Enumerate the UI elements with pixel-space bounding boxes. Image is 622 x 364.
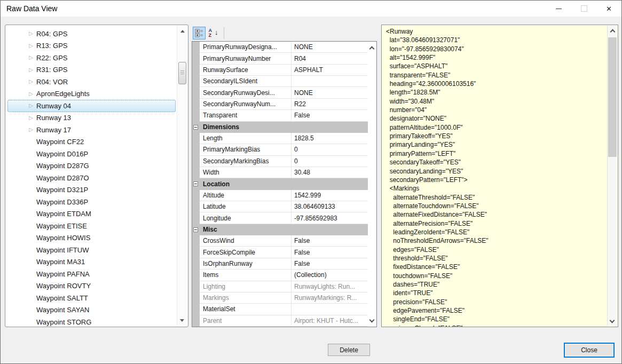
expand-arrow-icon[interactable]: ▷ <box>27 67 35 73</box>
property-value[interactable]: NONE <box>292 42 368 53</box>
xml-scrollbar-thumb[interactable] <box>608 37 617 157</box>
property-row[interactable]: Markings RunwayMarkings: R... <box>192 292 368 304</box>
minimize-button[interactable] <box>546 1 571 17</box>
expand-arrow-icon[interactable]: ▷ <box>27 91 35 97</box>
collapse-icon[interactable] <box>193 181 198 186</box>
property-grid-scrollbar[interactable] <box>368 42 376 326</box>
scroll-down-icon[interactable] <box>180 319 184 322</box>
tree-item[interactable]: ▷ R04: GPS <box>7 28 176 40</box>
property-row[interactable]: Items (Collection) <box>192 270 368 281</box>
close-button[interactable]: Close <box>564 343 615 358</box>
property-value[interactable]: 30.48 <box>292 167 368 178</box>
property-value[interactable]: Airport: KHUT - Hutc... <box>292 315 368 327</box>
xml-scrollbar[interactable] <box>607 26 617 326</box>
property-value[interactable]: RunwayLights: Run... <box>292 281 368 292</box>
property-value[interactable] <box>292 304 368 315</box>
property-value[interactable]: R22 <box>292 99 368 110</box>
property-row[interactable]: CrossWind False <box>192 235 368 247</box>
property-row[interactable]: Latitude 38.064609133 <box>192 201 368 212</box>
property-row[interactable]: PrimaryRunwayNumber R04 <box>192 53 368 64</box>
property-row[interactable]: Transparent False <box>192 110 368 121</box>
property-category-row[interactable]: Location <box>192 178 368 189</box>
alphabetical-sort-button[interactable]: A Z ↓ <box>207 27 219 39</box>
property-row[interactable]: SecondaryRunwayDesi... NONE <box>192 87 368 98</box>
property-value[interactable]: RunwayMarkings: R... <box>292 292 368 304</box>
tree-item[interactable]: ▷ R04: VOR <box>7 76 176 88</box>
property-row[interactable]: MaterialSet <box>192 304 368 315</box>
tree-item[interactable]: ▷ R22: GPS <box>7 52 176 64</box>
property-category-row[interactable]: Misc <box>192 224 368 235</box>
tree-item[interactable]: Waypoint D287G <box>7 160 176 172</box>
tree-item[interactable]: Waypoint D287O <box>7 172 176 184</box>
property-row[interactable]: SecondaryMarkingBias 0 <box>192 156 368 167</box>
property-row[interactable]: ForceSkipCompile False <box>192 247 368 258</box>
tree-item[interactable]: Waypoint D016P <box>7 148 176 160</box>
property-value[interactable]: NONE <box>292 87 368 98</box>
tree-item[interactable]: Waypoint SAYAN <box>7 304 176 316</box>
property-value[interactable]: 0 <box>292 156 368 167</box>
property-value[interactable]: False <box>292 110 368 121</box>
scroll-up-icon[interactable] <box>369 46 375 52</box>
property-value[interactable]: False <box>292 235 368 247</box>
tree-item[interactable]: Waypoint ETDAM <box>7 208 176 220</box>
tree-item[interactable]: Waypoint MA31 <box>7 256 176 268</box>
tree-item[interactable]: Waypoint D336P <box>7 196 176 208</box>
property-row[interactable]: Lighting RunwayLights: Run... <box>192 281 368 292</box>
tree-item[interactable]: ▷ ApronEdgeLights <box>7 88 176 100</box>
collapse-icon[interactable] <box>193 125 198 130</box>
property-category-row[interactable]: Dimensions <box>192 122 368 133</box>
xml-text[interactable]: <Runway lat="38.0646091327071" lon="-97.… <box>386 27 605 327</box>
scroll-up-icon[interactable] <box>610 29 615 35</box>
property-value[interactable]: 1828.5 <box>292 133 368 144</box>
property-row[interactable]: PrimaryMarkingBias 0 <box>192 144 368 155</box>
property-row[interactable]: Parent Airport: KHUT - Hutc... <box>192 315 368 327</box>
property-value[interactable]: ASPHALT <box>292 65 368 76</box>
tree-item[interactable]: Waypoint HOWIS <box>7 232 176 244</box>
tree-item[interactable]: Waypoint STORG <box>7 316 176 326</box>
tree-item[interactable]: ▷ R13: GPS <box>7 40 176 52</box>
delete-button[interactable]: Delete <box>328 344 370 356</box>
expand-arrow-icon[interactable]: ▷ <box>27 127 35 132</box>
property-row[interactable]: PrimaryRunwayDesigna... NONE <box>192 42 368 53</box>
tree-item[interactable]: Waypoint IFTUW <box>7 244 176 256</box>
expand-arrow-icon[interactable]: ▷ <box>27 115 35 121</box>
property-value[interactable]: 0 <box>292 144 368 155</box>
property-row[interactable]: IsOrphanRunway False <box>192 258 368 270</box>
scroll-down-icon[interactable] <box>610 318 615 323</box>
tree-item[interactable]: Waypoint D321P <box>7 184 176 196</box>
tree-item[interactable]: Waypoint PAFNA <box>7 268 176 280</box>
expand-arrow-icon[interactable]: ▷ <box>27 79 35 84</box>
property-row[interactable]: SecondaryRunwayNum... R22 <box>192 99 368 110</box>
property-value[interactable]: (Collection) <box>292 270 368 281</box>
maximize-button[interactable] <box>571 1 596 17</box>
tree-item[interactable]: ▷ Runway 04 <box>7 100 176 112</box>
property-row[interactable]: Altitude 1542.999 <box>192 190 368 201</box>
tree-item[interactable]: Waypoint CF22 <box>7 136 176 148</box>
property-value[interactable]: False <box>292 258 368 270</box>
property-value[interactable] <box>292 76 368 87</box>
expand-arrow-icon[interactable]: ▷ <box>27 103 35 108</box>
tree-item[interactable]: ▷ Runway 13 <box>7 112 176 124</box>
property-row[interactable]: Width 30.48 <box>192 167 368 178</box>
expand-arrow-icon[interactable]: ▷ <box>27 31 35 36</box>
property-row[interactable]: RunwaySurface ASPHALT <box>192 65 368 76</box>
scroll-down-icon[interactable] <box>369 318 375 323</box>
property-row[interactable]: Longitude -97.856592983 <box>192 212 368 224</box>
tree-scrollbar[interactable] <box>177 26 187 326</box>
scroll-up-icon[interactable] <box>180 30 185 33</box>
tree-item[interactable]: Waypoint SALTT <box>7 292 176 304</box>
tree-item[interactable]: ▷ Runway 17 <box>7 124 176 136</box>
property-value[interactable]: -97.856592983 <box>292 212 368 224</box>
expand-arrow-icon[interactable]: ▷ <box>27 43 35 49</box>
property-value[interactable]: False <box>292 247 368 258</box>
property-row[interactable]: SecondaryILSIdent <box>192 76 368 87</box>
property-value[interactable]: R04 <box>292 53 368 64</box>
property-value[interactable]: 38.064609133 <box>292 201 368 212</box>
categorized-button[interactable] <box>193 27 206 39</box>
property-row[interactable]: Length 1828.5 <box>192 133 368 144</box>
close-window-button[interactable]: ✕ <box>596 1 621 17</box>
tree-item[interactable]: Waypoint ETISE <box>7 220 176 232</box>
tree-item[interactable]: ▷ R31: GPS <box>7 64 176 76</box>
tree-scrollbar-thumb[interactable] <box>178 62 186 84</box>
property-value[interactable]: 1542.999 <box>292 190 368 201</box>
